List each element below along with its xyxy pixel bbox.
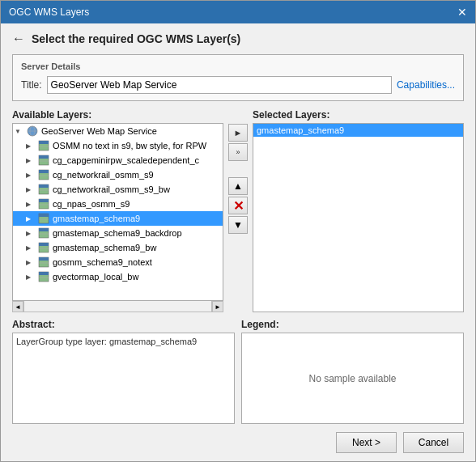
abstract-label: Abstract:	[12, 319, 235, 330]
server-details-legend: Server Details	[21, 61, 455, 71]
tree-item-label: GeoServer Web Map Service	[41, 126, 157, 136]
legend-panel: Legend: No sample available	[241, 319, 464, 424]
selected-layers-label: Selected Layers:	[253, 109, 464, 121]
tree-item-label: cg_npas_osmm_s9	[53, 199, 130, 209]
tree-item[interactable]: ▶gmastemap_schema9	[13, 211, 223, 226]
tree-item-label: gosmm_schema9_notext	[53, 257, 152, 267]
layers-section: Available Layers: ▼GeoServer Web Map Ser…	[12, 109, 464, 312]
layer-icon	[26, 125, 39, 137]
h-scroll-track[interactable]	[23, 301, 212, 312]
layer-icon	[37, 184, 50, 195]
tree-item[interactable]: ▶gmastemap_schema9_bw	[13, 240, 223, 255]
layer-icon	[37, 242, 50, 253]
tree-expander-icon[interactable]: ▶	[26, 244, 37, 252]
tree-item[interactable]: ▶cg_networkrail_osmm_s9_bw	[13, 182, 223, 197]
layer-icon	[37, 213, 50, 224]
content-area: ← Select the required OGC WMS Layer(s) S…	[1, 23, 475, 461]
server-title-input[interactable]	[47, 76, 392, 94]
server-title-row: Title: Capabilities...	[21, 76, 455, 94]
legend-box: No sample available	[241, 333, 464, 424]
available-column: ▼GeoServer Web Map Service▶OSMM no text …	[12, 123, 223, 312]
tree-item-label: cg_capgeminirpw_scaledependent_c	[53, 155, 199, 165]
no-sample-text: No sample available	[308, 373, 396, 384]
footer-buttons: Next > Cancel	[12, 424, 464, 453]
tree-item-label: cg_networkrail_osmm_s9	[53, 170, 154, 180]
back-arrow-icon[interactable]: ←	[12, 32, 25, 46]
svg-rect-28	[39, 257, 49, 261]
cancel-button[interactable]: Cancel	[403, 432, 464, 453]
main-window: OGC WMS Layers ✕ ← Select the required O…	[0, 0, 476, 462]
layer-icon	[37, 140, 50, 151]
tree-item-label: OSMM no text in s9, bw style, for RPW	[53, 141, 206, 150]
tree-expander-icon[interactable]: ▶	[26, 215, 37, 223]
tree-item[interactable]: ▶cg_npas_osmm_s9	[13, 197, 223, 211]
h-scroll-left-btn[interactable]: ◄	[12, 301, 23, 312]
tree-item-label: cg_networkrail_osmm_s9_bw	[53, 184, 170, 194]
page-title: Select the required OGC WMS Layer(s)	[32, 32, 240, 45]
tree-item[interactable]: ▶cg_networkrail_osmm_s9	[13, 167, 223, 182]
window-title: OGC WMS Layers	[9, 6, 89, 18]
h-scroll-row: ◄ ►	[12, 301, 223, 312]
layer-icon	[37, 271, 50, 282]
tree-item[interactable]: ▶cg_capgeminirpw_scaledependent_c	[13, 153, 223, 167]
tree-expander-icon[interactable]: ▶	[26, 186, 37, 193]
svg-rect-25	[39, 243, 49, 246]
selected-list-item[interactable]: gmastemap_schema9	[253, 124, 463, 137]
title-label: Title:	[21, 79, 42, 91]
tree-expander-icon[interactable]: ▶	[26, 273, 37, 281]
layer-icon	[37, 227, 50, 239]
tree-item-label: gmastemap_schema9_backdrop	[53, 228, 182, 238]
capabilities-link[interactable]: Capabilities...	[397, 79, 455, 91]
middle-buttons: ► » ▲ ✕ ▼	[227, 109, 249, 312]
close-button[interactable]: ✕	[457, 6, 467, 18]
tree-item[interactable]: ▶gvectormap_local_bw	[13, 269, 223, 284]
svg-rect-13	[39, 184, 49, 188]
tree-item-label: gmastemap_schema9	[53, 214, 140, 223]
abstract-text	[12, 333, 235, 424]
add-one-button[interactable]: ►	[228, 124, 248, 142]
svg-rect-16	[39, 199, 49, 202]
tree-item[interactable]: ▼GeoServer Web Map Service	[13, 124, 223, 138]
selected-layers-panel: Selected Layers: gmastemap_schema9	[253, 109, 464, 312]
title-bar: OGC WMS Layers ✕	[1, 1, 475, 23]
available-layers-panel: Available Layers: ▼GeoServer Web Map Ser…	[12, 109, 223, 312]
move-up-button[interactable]: ▲	[228, 177, 248, 195]
available-layers-label: Available Layers:	[12, 109, 223, 121]
layer-icon	[37, 256, 50, 268]
selected-layers-list[interactable]: gmastemap_schema9	[253, 123, 464, 312]
svg-rect-31	[39, 272, 49, 275]
available-layers-tree[interactable]: ▼GeoServer Web Map Service▶OSMM no text …	[12, 123, 223, 301]
tree-expander-icon[interactable]: ▶	[26, 172, 37, 179]
svg-rect-10	[39, 170, 49, 173]
tree-expander-icon[interactable]: ▼	[15, 128, 26, 135]
abstract-panel: Abstract:	[12, 319, 235, 424]
move-down-button[interactable]: ▼	[228, 216, 248, 234]
header-section: ← Select the required OGC WMS Layer(s)	[12, 32, 464, 46]
bottom-section: Abstract: Legend: No sample available	[12, 319, 464, 424]
layer-icon	[37, 169, 50, 180]
layer-icon	[37, 198, 50, 210]
tree-expander-icon[interactable]: ▶	[26, 201, 37, 208]
add-all-button[interactable]: »	[228, 143, 248, 161]
tree-expander-icon[interactable]: ▶	[26, 230, 37, 237]
tree-item[interactable]: ▶OSMM no text in s9, bw style, for RPW	[13, 138, 223, 153]
tree-expander-icon[interactable]: ▶	[26, 259, 37, 266]
legend-label: Legend:	[241, 319, 464, 330]
svg-rect-19	[39, 214, 49, 217]
remove-button[interactable]: ✕	[228, 197, 248, 214]
svg-rect-4	[39, 141, 49, 144]
tree-expander-icon[interactable]: ▶	[26, 157, 37, 164]
svg-rect-22	[39, 228, 49, 231]
h-scroll-right-btn[interactable]: ►	[212, 301, 223, 312]
server-details-group: Server Details Title: Capabilities...	[12, 54, 464, 101]
tree-item[interactable]: ▶gosmm_schema9_notext	[13, 255, 223, 269]
layer-icon	[37, 155, 50, 166]
next-button[interactable]: Next >	[336, 432, 397, 453]
svg-rect-7	[39, 155, 49, 159]
tree-item-label: gmastemap_schema9_bw	[53, 243, 156, 252]
tree-item-label: gvectormap_local_bw	[53, 272, 138, 282]
tree-expander-icon[interactable]: ▶	[26, 142, 37, 150]
tree-item[interactable]: ▶gmastemap_schema9_backdrop	[13, 226, 223, 240]
